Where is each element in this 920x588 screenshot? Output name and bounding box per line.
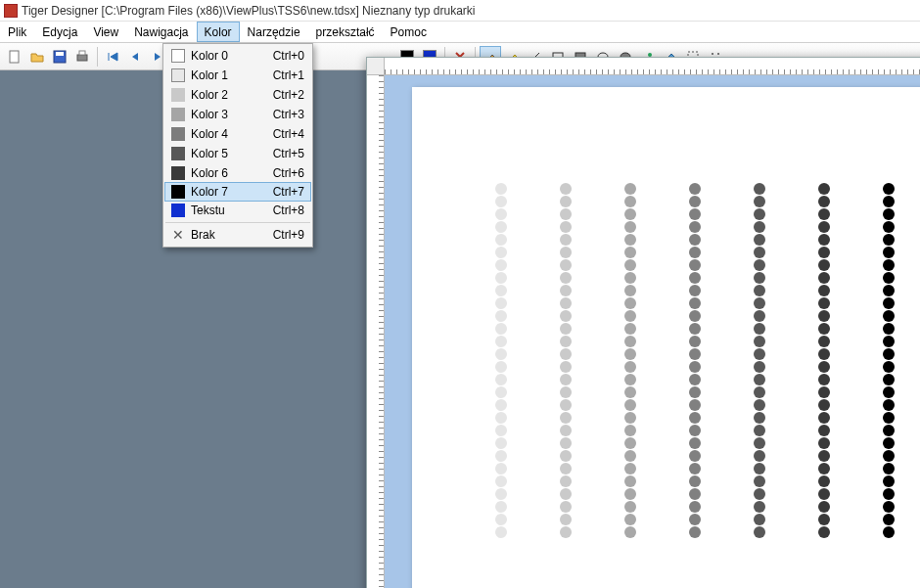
dot bbox=[624, 399, 636, 411]
dot bbox=[818, 336, 830, 347]
dot bbox=[560, 501, 572, 513]
title-bar: Tiger Designer [C:\Program Files (x86)\V… bbox=[0, 0, 920, 22]
dot bbox=[689, 348, 701, 360]
dot bbox=[754, 310, 765, 322]
dot bbox=[495, 514, 507, 525]
open-button[interactable] bbox=[26, 46, 48, 68]
print-button[interactable] bbox=[71, 46, 93, 68]
dot bbox=[624, 297, 636, 309]
menu-item-label: Brak bbox=[191, 228, 267, 242]
menu-item-brak[interactable]: ✕BrakCtrl+9 bbox=[165, 225, 310, 245]
dot bbox=[754, 208, 765, 220]
dot bbox=[624, 501, 636, 513]
dot bbox=[560, 526, 572, 538]
dot bbox=[754, 361, 765, 373]
menu-view[interactable]: View bbox=[85, 22, 126, 42]
menu-item-shortcut: Ctrl+3 bbox=[267, 108, 310, 121]
dot bbox=[754, 297, 765, 309]
dot bbox=[560, 374, 572, 385]
color-swatch-icon bbox=[171, 166, 185, 180]
work-area bbox=[0, 70, 920, 588]
menu-item-label: Kolor 5 bbox=[191, 147, 267, 160]
dot bbox=[883, 323, 895, 335]
dot bbox=[689, 437, 701, 449]
color-swatch-icon bbox=[171, 108, 185, 121]
menu-item-kolor-4[interactable]: Kolor 4Ctrl+4 bbox=[165, 124, 310, 144]
dot bbox=[560, 412, 572, 424]
dot bbox=[624, 272, 636, 284]
dot bbox=[560, 272, 572, 284]
dot-column bbox=[883, 183, 895, 538]
dot bbox=[883, 247, 895, 258]
save-button[interactable] bbox=[49, 46, 70, 68]
ruler-vertical bbox=[367, 75, 385, 588]
dot bbox=[883, 348, 895, 360]
menu-item-kolor-2[interactable]: Kolor 2Ctrl+2 bbox=[165, 85, 310, 105]
dot bbox=[883, 221, 895, 233]
paper[interactable] bbox=[412, 87, 920, 588]
menu-item-shortcut: Ctrl+7 bbox=[267, 185, 310, 199]
dot bbox=[495, 336, 507, 347]
dot bbox=[818, 514, 830, 525]
swatch-cell bbox=[165, 127, 191, 141]
dot bbox=[689, 501, 701, 513]
menu-nawigacja[interactable]: Nawigacja bbox=[126, 22, 196, 42]
color-swatch-icon bbox=[171, 68, 185, 82]
dot bbox=[624, 234, 636, 246]
dot bbox=[689, 221, 701, 233]
menu-item-label: Kolor 7 bbox=[191, 185, 267, 199]
dot bbox=[883, 361, 895, 373]
dot bbox=[883, 399, 895, 411]
dot bbox=[495, 323, 507, 335]
dot bbox=[883, 412, 895, 424]
dot bbox=[495, 450, 507, 462]
dot bbox=[754, 475, 765, 487]
menu-przekształć[interactable]: przekształć bbox=[308, 22, 383, 42]
dot bbox=[560, 450, 572, 462]
first-button[interactable] bbox=[102, 46, 123, 68]
menu-item-kolor-5[interactable]: Kolor 5Ctrl+5 bbox=[165, 144, 310, 163]
dot bbox=[495, 361, 507, 373]
new-button[interactable] bbox=[4, 46, 25, 68]
color-swatch-icon bbox=[171, 147, 185, 160]
menu-item-kolor-3[interactable]: Kolor 3Ctrl+3 bbox=[165, 105, 310, 124]
dot bbox=[883, 374, 895, 385]
dot-column bbox=[560, 183, 572, 538]
swatch-cell bbox=[165, 68, 191, 82]
dot bbox=[689, 475, 701, 487]
menu-item-kolor-6[interactable]: Kolor 6Ctrl+6 bbox=[165, 163, 310, 183]
dot bbox=[883, 425, 895, 436]
dot bbox=[495, 488, 507, 500]
prev-button[interactable] bbox=[124, 46, 146, 68]
dot bbox=[624, 310, 636, 322]
menu-edycja[interactable]: Edycja bbox=[34, 22, 85, 42]
dot bbox=[624, 450, 636, 462]
dot bbox=[818, 450, 830, 462]
menu-pomoc[interactable]: Pomoc bbox=[383, 22, 435, 42]
menu-item-kolor-0[interactable]: Kolor 0Ctrl+0 bbox=[165, 46, 310, 66]
dot bbox=[495, 297, 507, 309]
dot bbox=[818, 488, 830, 500]
document-window bbox=[366, 57, 920, 588]
swatch-cell bbox=[165, 147, 191, 160]
menu-kolor[interactable]: Kolor bbox=[197, 22, 240, 42]
menu-plik[interactable]: Plik bbox=[0, 22, 34, 42]
dot-column bbox=[495, 183, 507, 538]
menu-item-kolor-1[interactable]: Kolor 1Ctrl+1 bbox=[165, 66, 310, 85]
menu-item-kolor-7[interactable]: Kolor 7Ctrl+7 bbox=[164, 182, 311, 202]
menu-narzędzie[interactable]: Narzędzie bbox=[240, 22, 308, 42]
dot bbox=[883, 272, 895, 284]
dot bbox=[818, 437, 830, 449]
canvas-scroll[interactable] bbox=[385, 75, 920, 588]
dot bbox=[883, 259, 895, 271]
dot bbox=[754, 399, 765, 411]
dot bbox=[883, 336, 895, 347]
swatch-cell bbox=[165, 166, 191, 180]
kolor-dropdown: Kolor 0Ctrl+0Kolor 1Ctrl+1Kolor 2Ctrl+2K… bbox=[162, 43, 313, 248]
dot bbox=[883, 475, 895, 487]
ruler-corner bbox=[367, 58, 385, 75]
dot bbox=[495, 247, 507, 258]
dot bbox=[560, 336, 572, 347]
dot bbox=[495, 526, 507, 538]
menu-item-tekstu[interactable]: TekstuCtrl+8 bbox=[165, 201, 310, 220]
